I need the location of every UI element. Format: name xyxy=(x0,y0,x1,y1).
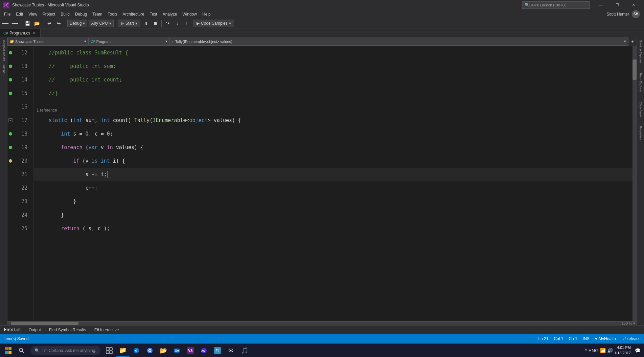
right-sidebar: Solution Explorer Team Explorer Class Vi… xyxy=(637,37,644,325)
type-icon: C# xyxy=(91,40,95,43)
step-into-button[interactable]: ↓ xyxy=(173,19,181,27)
indicator-24 xyxy=(7,208,14,222)
taskbar-chrome[interactable] xyxy=(143,344,157,357)
stop-button[interactable]: ⏹ xyxy=(151,19,159,27)
saved-status: Item(s) Saved xyxy=(3,336,29,341)
linenum-17: 17 xyxy=(14,114,30,127)
separator-4 xyxy=(116,20,116,27)
start-button[interactable]: ▶ Start ▾ xyxy=(118,20,140,27)
taskbar-fsharp[interactable]: F# xyxy=(211,344,224,357)
step-out-button[interactable]: ↑ xyxy=(183,19,191,27)
quick-launch-box[interactable]: 🔍 Quick Launch (Ctrl+Q) xyxy=(522,1,590,9)
tray-network[interactable]: 📶 xyxy=(600,348,606,353)
undo-button[interactable]: ↩ xyxy=(45,19,53,27)
taskbar-vs[interactable]: VS xyxy=(184,344,197,357)
cortana-search[interactable]: 🔍 I'm Cortana. Ask me anything. xyxy=(30,346,100,355)
taskbar-files[interactable]: 📂 xyxy=(157,344,170,357)
menu-analyze[interactable]: Analyze xyxy=(160,10,180,18)
project-nav-dropdown[interactable]: 📁 Showcase Tuples ▾ xyxy=(7,38,89,46)
svg-rect-2 xyxy=(5,351,8,354)
taskbar-edge[interactable]: e xyxy=(130,344,143,357)
close-button[interactable]: ✕ xyxy=(626,0,641,10)
back-button[interactable]: ⟵ xyxy=(1,19,9,27)
error-list-tab[interactable]: Error List xyxy=(3,327,22,333)
linenum-25: 25 xyxy=(14,222,30,235)
tray-keyboard[interactable]: ENG xyxy=(589,348,599,353)
tray-arrow[interactable]: ^ xyxy=(585,348,587,353)
server-explorer-tab[interactable]: Server Explorer xyxy=(1,39,6,63)
code-line-15: //} xyxy=(34,87,632,100)
h-scroll-thumb[interactable] xyxy=(11,322,78,325)
code-line-22: c++; xyxy=(34,181,632,195)
indicator-17[interactable]: − xyxy=(7,114,14,127)
type-nav-dropdown[interactable]: C# Program ▾ xyxy=(89,38,170,46)
tray-volume[interactable]: 🔊 xyxy=(607,348,613,353)
taskbar-mail[interactable]: ✉ xyxy=(224,344,238,357)
minimize-button[interactable]: — xyxy=(593,0,609,10)
linenum-15: 15 xyxy=(14,87,30,100)
code-line-16 xyxy=(34,100,632,114)
menu-help[interactable]: Help xyxy=(200,10,213,18)
debug-config-dropdown[interactable]: Debug ▾ xyxy=(67,20,87,27)
maximize-button[interactable]: ❐ xyxy=(610,0,625,10)
team-explorer-tab[interactable]: Team Explorer xyxy=(638,71,643,94)
editor-area[interactable]: 📁 Showcase Tuples ▾ C# Program ▾ ⬦ Tally… xyxy=(7,37,637,325)
class-view-tab[interactable]: Class View xyxy=(638,100,643,118)
menu-debug[interactable]: Debug xyxy=(72,10,90,18)
taskbar-grooveshark[interactable]: 🎵 xyxy=(238,344,251,357)
editor-nav: 📁 Showcase Tuples ▾ C# Program ▾ ⬦ Tally… xyxy=(7,37,637,46)
member-nav-dropdown[interactable]: ⬦ Tally(IEnumerable<object> values) ▾ xyxy=(170,38,628,46)
properties-tab[interactable]: Properties xyxy=(638,125,643,141)
code-area[interactable]: − 12 13 14 xyxy=(7,46,637,321)
forward-button[interactable]: ⟶ xyxy=(11,19,19,27)
tab-filename: Program.cs xyxy=(9,31,30,35)
menu-view[interactable]: View xyxy=(26,10,40,18)
user-name: Scott Hunter xyxy=(606,12,629,17)
title-bar: Showcase Tuples - Microsoft Visual Studi… xyxy=(0,0,644,10)
menu-architecture[interactable]: Architecture xyxy=(120,10,147,18)
menu-project[interactable]: Project xyxy=(40,10,58,18)
menu-team[interactable]: Team xyxy=(90,10,105,18)
start-menu-button[interactable] xyxy=(1,344,15,357)
platform-dropdown[interactable]: Any CPU ▾ xyxy=(89,20,113,27)
code-content[interactable]: //public class SumResult { // public int… xyxy=(34,46,632,321)
menu-window[interactable]: Window xyxy=(180,10,200,18)
horizontal-scrollbar[interactable]: 150 % ▾ xyxy=(7,321,637,325)
code-line-20: if (v is int i) { xyxy=(34,154,632,168)
taskbar-dotnet[interactable]: .NET xyxy=(197,344,211,357)
svg-point-4 xyxy=(19,348,23,352)
expand-nav-button[interactable]: + xyxy=(628,38,637,46)
save-all-button[interactable]: 💾 xyxy=(23,19,31,27)
menu-test[interactable]: Test xyxy=(147,10,160,18)
play-icon: ▶ xyxy=(121,21,124,26)
step-over-button[interactable]: ↷ xyxy=(164,19,172,27)
indicator-18 xyxy=(7,127,14,141)
close-tab-button[interactable]: ✕ xyxy=(31,30,37,36)
menu-edit[interactable]: Edit xyxy=(13,10,26,18)
menu-tools[interactable]: Tools xyxy=(105,10,120,18)
zoom-level[interactable]: 150 % ▾ xyxy=(622,321,637,325)
task-view-button[interactable] xyxy=(102,344,116,357)
output-tab[interactable]: Output xyxy=(27,327,42,333)
program-cs-tab[interactable]: C# Program.cs ✕ xyxy=(0,29,41,37)
taskbar-outlook[interactable]: Oo xyxy=(170,344,184,357)
solution-explorer-tab[interactable]: Solution Explorer xyxy=(638,39,643,65)
vertical-scrollbar[interactable] xyxy=(632,46,637,321)
code-samples-button[interactable]: ▶ Code Samples ▾ xyxy=(193,20,234,27)
open-button[interactable]: 📂 xyxy=(33,19,41,27)
pause-button[interactable]: ⏸ xyxy=(142,19,150,27)
taskbar-explorer[interactable]: 📁 xyxy=(116,344,130,357)
cursor xyxy=(108,171,108,178)
toolbox-tab[interactable]: Toolbox xyxy=(1,63,6,76)
linenum-24: 24 xyxy=(14,208,30,222)
find-symbol-results-tab[interactable]: Find Symbol Results xyxy=(48,327,88,333)
redo-button[interactable]: ↪ xyxy=(55,19,63,27)
scroll-thumb[interactable] xyxy=(632,60,637,80)
menu-build[interactable]: Build xyxy=(58,10,72,18)
vs-logo xyxy=(3,2,9,8)
menu-file[interactable]: File xyxy=(1,10,13,18)
search-button[interactable] xyxy=(15,344,28,357)
fsharp-interactive-tab[interactable]: F# Interactive xyxy=(93,327,120,333)
indicator-16 xyxy=(7,100,14,114)
notifications-icon[interactable]: 💬 xyxy=(635,348,641,353)
